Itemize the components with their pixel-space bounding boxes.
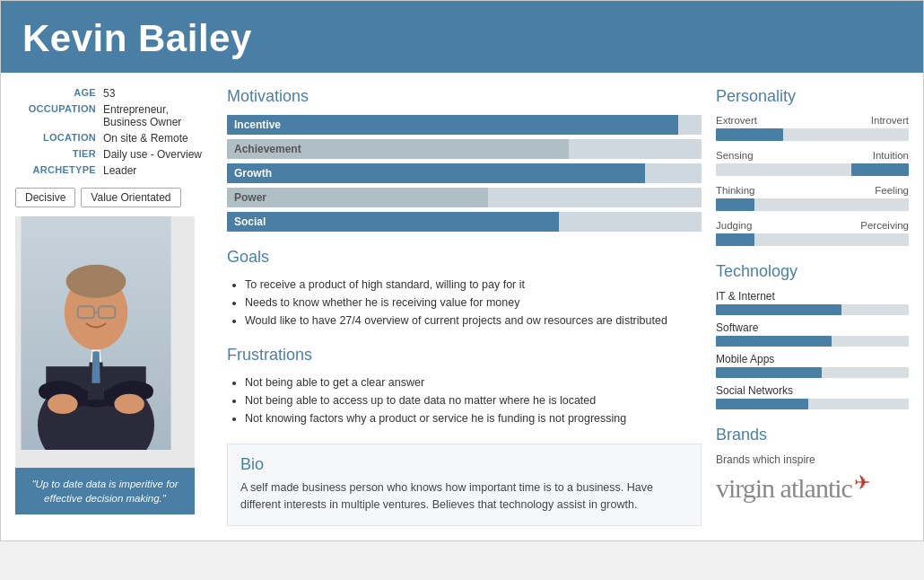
motivations-section: Motivations Incentive Achievement Growth… xyxy=(227,87,702,232)
bio-text: A self made business person who knows ho… xyxy=(240,479,688,514)
trait-bar-fill xyxy=(851,163,910,176)
frustration-item: Not knowing factors why a product or ser… xyxy=(245,409,702,427)
motivation-item: Incentive xyxy=(227,115,702,135)
age-label: AGE xyxy=(15,87,96,100)
motivation-label: Power xyxy=(234,191,266,204)
tier-label: TIER xyxy=(15,148,96,161)
tech-label: Mobile Apps xyxy=(716,353,909,365)
motivation-label: Incentive xyxy=(234,119,281,131)
motivation-item: Achievement xyxy=(227,139,702,159)
personality-section: Personality Extrovert Introvert Sensing … xyxy=(716,87,909,246)
motivations-title: Motivations xyxy=(227,87,702,106)
location-row: LOCATION On site & Remote xyxy=(15,132,213,145)
frustration-item: Not being able to access up to date data… xyxy=(245,391,702,409)
trait-right-label: Introvert xyxy=(871,115,909,126)
archetype-value: Leader xyxy=(103,164,136,177)
virgin-logo: virgin atlantic ✈ xyxy=(716,473,909,504)
trait-right-label: Feeling xyxy=(875,185,909,196)
personality-trait: Sensing Intuition xyxy=(716,150,909,176)
personality-traits: Extrovert Introvert Sensing Intuition Th… xyxy=(716,115,909,246)
technology-section: Technology IT & Internet Software Mobile… xyxy=(716,262,909,409)
frustrations-title: Frustrations xyxy=(227,346,702,365)
motivation-label: Growth xyxy=(234,167,272,180)
svg-point-10 xyxy=(48,394,77,414)
badges-container: Decisive Value Orientated xyxy=(15,188,213,207)
quote-text: "Up to date data is imperitive for effec… xyxy=(31,479,178,504)
badge-decisive: Decisive xyxy=(15,188,75,207)
archetype-row: ARCHETYPE Leader xyxy=(15,164,213,177)
tech-bar-fill xyxy=(716,336,832,347)
motivation-label: Achievement xyxy=(234,143,301,155)
trait-right-label: Intuition xyxy=(873,150,909,161)
personality-title: Personality xyxy=(716,87,909,106)
trait-left-label: Sensing xyxy=(716,150,754,161)
goal-item: To receive a product of high standard, w… xyxy=(245,276,702,294)
left-column: AGE 53 OCCUPATION Entrepreneur, Business… xyxy=(15,87,213,526)
trait-bar-fill xyxy=(716,128,783,141)
avatar-image xyxy=(15,216,177,450)
motivation-item: Power xyxy=(227,188,702,207)
tech-label: Software xyxy=(716,321,909,334)
trait-bar xyxy=(716,198,909,211)
goal-item: Needs to know whether he is receiving va… xyxy=(245,294,702,312)
page-wrapper: Kevin Bailey AGE 53 OCCUPATION Entrepren… xyxy=(0,0,924,541)
virgin-bird-icon: ✈ xyxy=(854,471,870,495)
trait-bar xyxy=(716,233,909,246)
tier-value: Daily use - Overview xyxy=(103,148,202,161)
frustration-item: Not being able to get a clear answer xyxy=(245,373,702,391)
profile-info: AGE 53 OCCUPATION Entrepreneur, Business… xyxy=(15,87,213,177)
technology-item: IT & Internet xyxy=(716,290,909,315)
page-title: Kevin Bailey xyxy=(22,17,902,60)
bio-title: Bio xyxy=(240,455,688,474)
trait-bar-fill xyxy=(716,233,754,246)
motivations-bars: Incentive Achievement Growth Power Socia… xyxy=(227,115,702,232)
personality-trait: Extrovert Introvert xyxy=(716,115,909,141)
right-column: Personality Extrovert Introvert Sensing … xyxy=(716,87,909,526)
goals-title: Goals xyxy=(227,248,702,267)
trait-right-label: Perceiving xyxy=(860,220,909,231)
svg-point-11 xyxy=(114,394,144,414)
middle-column: Motivations Incentive Achievement Growth… xyxy=(227,87,702,526)
tech-label: IT & Internet xyxy=(716,290,909,303)
technology-item: Social Networks xyxy=(716,384,909,409)
trait-bar-fill xyxy=(716,198,754,211)
frustrations-list: Not being able to get a clear answerNot … xyxy=(227,373,702,427)
avatar-container xyxy=(15,216,195,468)
technology-items: IT & Internet Software Mobile Apps Socia… xyxy=(716,290,909,409)
archetype-label: ARCHETYPE xyxy=(15,164,96,177)
motivation-label: Social xyxy=(234,215,266,228)
svg-marker-13 xyxy=(92,351,100,382)
bio-section: Bio A self made business person who know… xyxy=(227,444,702,526)
age-value: 53 xyxy=(103,87,115,100)
technology-item: Mobile Apps xyxy=(716,353,909,378)
occupation-value: Entrepreneur, Business Owner xyxy=(103,103,213,128)
tech-bar-fill xyxy=(716,304,841,315)
tech-bar-fill xyxy=(716,399,808,409)
brands-subtitle: Brands which inspire xyxy=(716,453,909,466)
virgin-text: virgin atlantic xyxy=(716,473,852,504)
location-label: LOCATION xyxy=(15,132,96,145)
goals-section: Goals To receive a product of high stand… xyxy=(227,248,702,330)
tier-row: TIER Daily use - Overview xyxy=(15,148,213,161)
goals-list: To receive a product of high standard, w… xyxy=(227,276,702,330)
brands-title: Brands xyxy=(716,426,909,444)
occupation-label: OCCUPATION xyxy=(15,103,96,128)
tech-bar-bg xyxy=(716,367,909,378)
trait-bar xyxy=(716,128,909,141)
badge-value-orientated: Value Orientated xyxy=(81,188,180,207)
occupation-row: OCCUPATION Entrepreneur, Business Owner xyxy=(15,103,213,128)
frustrations-section: Frustrations Not being able to get a cle… xyxy=(227,346,702,427)
trait-bar xyxy=(716,163,909,176)
technology-title: Technology xyxy=(716,262,909,281)
svg-point-6 xyxy=(66,265,126,298)
motivation-item: Social xyxy=(227,212,702,232)
personality-trait: Judging Perceiving xyxy=(716,220,909,246)
tech-bar-bg xyxy=(716,304,909,315)
location-value: On site & Remote xyxy=(103,132,188,145)
trait-left-label: Extrovert xyxy=(716,115,757,126)
quote-box: "Up to date data is imperitive for effec… xyxy=(15,468,195,514)
goal-item: Would like to have 27/4 overview of curr… xyxy=(245,312,702,330)
tech-bar-fill xyxy=(716,367,822,378)
tech-bar-bg xyxy=(716,399,909,409)
motivation-item: Growth xyxy=(227,163,702,183)
